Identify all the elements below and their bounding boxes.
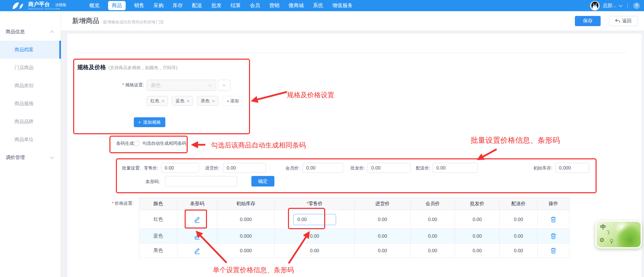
required-mark: * — [122, 82, 124, 87]
required-mark: * — [112, 201, 113, 206]
table-row-red: 红色 0.000 0.00 0.00 0.00 0.00 — [139, 210, 569, 229]
col-header-purchase: 进货价 — [355, 198, 411, 210]
logo-text: 商户平台 · 连锁版 MERCHANT PLATFORM — [28, 2, 66, 10]
sidebar-item-store-product[interactable]: 门店商品 — [0, 59, 61, 77]
logo-title: 商户平台 — [28, 2, 50, 7]
delete-row-button[interactable] — [550, 248, 556, 254]
batch-member-input[interactable] — [303, 163, 343, 173]
col-header-retail: *零售价 — [275, 198, 355, 210]
batch-member-label: 会员价: — [276, 165, 300, 171]
ime-widget[interactable]: 中 ☽ ⚙ — [595, 220, 642, 249]
nav-item-value-added[interactable]: 增值服务 — [332, 1, 353, 10]
col-header-retail-text: 零售价 — [308, 201, 323, 206]
page-title: 新增商品 — [72, 16, 99, 25]
delete-row-button[interactable] — [550, 216, 556, 222]
tag-black[interactable]: 黑色 × — [197, 96, 218, 106]
nav-item-purchase[interactable]: 采购 — [153, 1, 164, 10]
table-row-black: 黑色 0.000 0.00 0.00 0.00 0.00 0.00 — [139, 243, 569, 258]
user-chevron-down-icon[interactable] — [619, 3, 622, 7]
spec-price-title: 规格及价格 — [77, 63, 106, 71]
edit-barcode-button[interactable] — [193, 247, 201, 254]
nav-item-wholesale[interactable]: 批发 — [211, 1, 222, 10]
tag-close-icon[interactable]: × — [162, 98, 164, 104]
top-navbar: 商户平台 · 连锁版 MERCHANT PLATFORM 概览 商品 销售 采购… — [0, 0, 644, 11]
cell-stock: 0.000 — [217, 229, 275, 243]
sidebar-item-product-unit[interactable]: 商品单位 — [0, 131, 61, 149]
delete-row-button[interactable] — [550, 233, 556, 239]
tag-close-icon[interactable]: × — [212, 98, 214, 104]
col-header-wholesale: 批发价 — [455, 198, 500, 210]
retail-price-input[interactable] — [293, 214, 336, 225]
edit-barcode-button[interactable] — [193, 232, 201, 240]
cell-member: 0.00 — [411, 210, 455, 229]
batch-stock-input[interactable] — [555, 163, 589, 173]
add-spec-button[interactable]: + 添加规格 — [134, 117, 165, 127]
user-avatar[interactable] — [590, 1, 600, 11]
cell-delivery: 0.00 — [500, 229, 538, 243]
ime-mic-icon[interactable] — [610, 239, 613, 242]
batch-purchase-input[interactable] — [223, 163, 266, 173]
col-header-actions: 操作 — [538, 198, 569, 210]
batch-confirm-button[interactable]: 确定 — [251, 176, 274, 186]
remove-spec-button[interactable]: − — [218, 80, 230, 91]
nav-item-overview[interactable]: 概览 — [89, 1, 100, 10]
batch-retail-input[interactable] — [161, 163, 199, 173]
cell-delivery: 0.00 — [500, 210, 538, 229]
cell-stock: 0.000 — [217, 243, 275, 258]
back-arrow-icon — [615, 19, 620, 23]
edit-barcode-button[interactable] — [193, 216, 201, 223]
spec-price-note: (支持商品多规格，如颜色，尺码等) — [108, 65, 178, 71]
logo-edition: 连锁版 — [55, 3, 66, 7]
nav-item-delivery[interactable]: 配送 — [191, 1, 203, 10]
spec-tags-row: 红色 × 蓝色 × 黑色 × ＋添加 — [147, 96, 243, 106]
cell-stock: 0.000 — [217, 210, 275, 229]
batch-wholesale-input[interactable] — [368, 163, 411, 173]
nav-item-inventory[interactable]: 库存 — [172, 1, 184, 10]
tag-blue[interactable]: 蓝色 × — [172, 96, 193, 106]
price-table: 颜色 条形码 初始库存 *零售价 进货价 会员价 批发价 配送价 操作 红色 0… — [139, 197, 569, 258]
app-logo[interactable]: 商户平台 · 连锁版 MERCHANT PLATFORM — [10, 1, 66, 11]
sidebar-group-price-adjust[interactable]: 调价管理 — [0, 149, 61, 166]
tag-red[interactable]: 红色 × — [147, 96, 168, 106]
col-header-color: 颜色 — [139, 198, 178, 210]
spec-select[interactable]: 颜色 — [147, 80, 216, 91]
ime-moon-icon[interactable]: ☽ — [604, 229, 611, 236]
nav-item-settlement[interactable]: 结算 — [230, 1, 242, 10]
barcode-generate-checkbox[interactable] — [134, 141, 139, 146]
nav-divider — [627, 3, 628, 8]
batch-barcode-label: 条形码: — [136, 179, 160, 185]
nav-item-member[interactable]: 会员 — [249, 1, 261, 10]
sidebar-item-product-spec[interactable]: 商品规格 — [0, 95, 61, 113]
select-chevron-down-icon — [208, 83, 212, 86]
batch-barcode-input[interactable] — [165, 176, 237, 186]
logo-caption: MERCHANT PLATFORM — [28, 8, 66, 10]
cell-retail: 0.00 — [275, 243, 355, 258]
nav-item-marketing[interactable]: 营销 — [269, 1, 280, 10]
page-header: 新增商品 新增修改成功后将同步到所有门店 保存 返回 — [61, 11, 644, 31]
chevron-up-icon — [50, 31, 54, 34]
cell-purchase: 0.00 — [355, 243, 411, 258]
nav-item-micromall[interactable]: 微商城 — [288, 1, 305, 10]
nav-item-sales[interactable]: 销售 — [133, 1, 145, 10]
cell-purchase: 0.00 — [355, 229, 411, 243]
save-button[interactable]: 保存 — [575, 16, 601, 26]
help-button[interactable]: ? — [633, 2, 640, 9]
nav-item-product[interactable]: 商品 — [108, 1, 126, 10]
col-header-stock: 初始库存 — [217, 198, 275, 210]
cell-delivery: 0.00 — [500, 243, 538, 258]
add-tag-button[interactable]: ＋添加 — [222, 96, 243, 106]
spec-setting-label: *规格设置: — [101, 82, 144, 88]
user-name[interactable]: 总部... — [603, 3, 616, 9]
sidebar-group-product-info[interactable]: 商品信息 — [0, 23, 61, 41]
tag-close-icon[interactable]: × — [187, 98, 189, 104]
back-button[interactable]: 返回 — [609, 16, 638, 26]
sidebar-group-label: 调价管理 — [6, 155, 25, 161]
ime-settings-gear-icon[interactable]: ⚙ — [599, 237, 604, 244]
sidebar-item-product-archive[interactable]: 商品档案 — [0, 41, 61, 59]
cell-member: 0.00 — [411, 243, 455, 258]
sidebar-item-product-brand[interactable]: 商品品牌 — [0, 113, 61, 131]
nav-item-system[interactable]: 系统 — [312, 1, 324, 10]
batch-delivery-input[interactable] — [433, 163, 478, 173]
sidebar-item-product-category[interactable]: 商品类别 — [0, 77, 61, 95]
cell-color: 蓝色 — [139, 229, 178, 243]
